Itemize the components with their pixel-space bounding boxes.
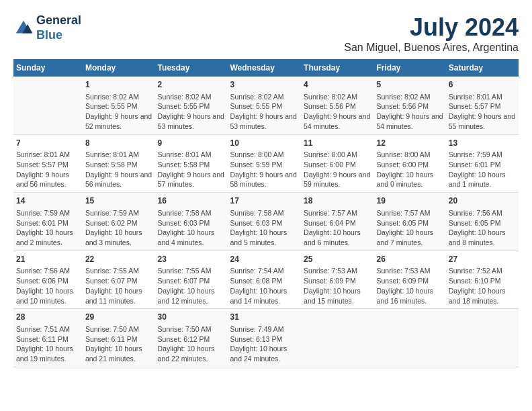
calendar-cell: 2Sunrise: 8:02 AMSunset: 5:55 PMDaylight… — [155, 77, 228, 134]
day-number: 14 — [16, 195, 80, 207]
day-info: Sunrise: 7:57 AMSunset: 6:05 PMDaylight:… — [376, 209, 433, 246]
day-info: Sunrise: 7:58 AMSunset: 6:03 PMDaylight:… — [158, 209, 215, 246]
day-number: 9 — [158, 138, 225, 149]
day-info: Sunrise: 7:56 AMSunset: 6:05 PMDaylight:… — [449, 209, 506, 246]
calendar-cell: 7Sunrise: 8:01 AMSunset: 5:57 PMDaylight… — [13, 134, 83, 193]
calendar-cell: 15Sunrise: 7:59 AMSunset: 6:02 PMDayligh… — [83, 193, 155, 251]
day-number: 5 — [376, 79, 443, 91]
calendar-cell: 1Sunrise: 8:02 AMSunset: 5:55 PMDaylight… — [83, 77, 155, 134]
day-info: Sunrise: 7:58 AMSunset: 6:03 PMDaylight:… — [230, 209, 287, 246]
day-number: 8 — [85, 138, 152, 149]
day-info: Sunrise: 8:01 AMSunset: 5:57 PMDaylight:… — [449, 93, 515, 130]
day-number: 4 — [304, 79, 371, 91]
calendar-table: SundayMondayTuesdayWednesdayThursdayFrid… — [13, 59, 519, 367]
day-number: 31 — [230, 312, 299, 323]
day-info: Sunrise: 8:00 AMSunset: 6:00 PMDaylight:… — [304, 150, 370, 188]
header-row: SundayMondayTuesdayWednesdayThursdayFrid… — [13, 59, 519, 77]
day-header-monday: Monday — [83, 59, 155, 77]
day-number: 20 — [449, 195, 516, 207]
day-number: 10 — [230, 138, 299, 149]
calendar-week-4: 21Sunrise: 7:56 AMSunset: 6:06 PMDayligh… — [13, 250, 519, 309]
calendar-cell: 13Sunrise: 7:59 AMSunset: 6:01 PMDayligh… — [446, 134, 519, 193]
calendar-cell: 8Sunrise: 8:01 AMSunset: 5:58 PMDaylight… — [83, 134, 155, 193]
calendar-cell: 9Sunrise: 8:01 AMSunset: 5:58 PMDaylight… — [155, 134, 228, 193]
day-info: Sunrise: 8:00 AMSunset: 6:00 PMDaylight:… — [376, 150, 433, 188]
day-number: 3 — [230, 79, 299, 91]
calendar-cell: 29Sunrise: 7:50 AMSunset: 6:11 PMDayligh… — [83, 309, 155, 367]
day-info: Sunrise: 7:49 AMSunset: 6:13 PMDaylight:… — [230, 325, 287, 363]
day-info: Sunrise: 8:02 AMSunset: 5:56 PMDaylight:… — [304, 93, 370, 130]
day-info: Sunrise: 8:02 AMSunset: 5:55 PMDaylight:… — [230, 93, 297, 130]
day-info: Sunrise: 7:57 AMSunset: 6:04 PMDaylight:… — [304, 209, 361, 246]
logo: General Blue — [13, 13, 81, 42]
day-number: 13 — [449, 138, 516, 149]
day-info: Sunrise: 7:51 AMSunset: 6:11 PMDaylight:… — [16, 325, 73, 363]
day-info: Sunrise: 7:50 AMSunset: 6:12 PMDaylight:… — [158, 325, 215, 363]
day-number: 12 — [376, 138, 443, 149]
day-info: Sunrise: 8:02 AMSunset: 5:55 PMDaylight:… — [158, 93, 224, 130]
calendar-header: SundayMondayTuesdayWednesdayThursdayFrid… — [13, 59, 519, 77]
calendar-cell: 27Sunrise: 7:52 AMSunset: 6:10 PMDayligh… — [446, 250, 519, 309]
calendar-cell — [13, 77, 83, 134]
day-header-tuesday: Tuesday — [155, 59, 228, 77]
calendar-cell: 18Sunrise: 7:57 AMSunset: 6:04 PMDayligh… — [301, 193, 373, 251]
logo-text-line2: Blue — [36, 28, 81, 43]
day-number: 26 — [376, 254, 443, 265]
calendar-cell: 12Sunrise: 8:00 AMSunset: 6:00 PMDayligh… — [373, 134, 445, 193]
day-header-thursday: Thursday — [301, 59, 373, 77]
day-number: 19 — [376, 195, 443, 207]
day-number: 16 — [158, 195, 225, 207]
calendar-cell: 5Sunrise: 8:02 AMSunset: 5:56 PMDaylight… — [373, 77, 445, 134]
calendar-cell: 4Sunrise: 8:02 AMSunset: 5:56 PMDaylight… — [301, 77, 373, 134]
day-number: 28 — [16, 312, 80, 323]
calendar-cell: 31Sunrise: 7:49 AMSunset: 6:13 PMDayligh… — [228, 309, 302, 367]
calendar-cell: 26Sunrise: 7:53 AMSunset: 6:09 PMDayligh… — [373, 250, 445, 309]
day-number: 2 — [158, 79, 225, 91]
logo-text-line1: General — [36, 13, 81, 28]
calendar-week-5: 28Sunrise: 7:51 AMSunset: 6:11 PMDayligh… — [13, 309, 519, 367]
calendar-cell — [373, 309, 445, 367]
day-info: Sunrise: 8:02 AMSunset: 5:55 PMDaylight:… — [85, 93, 152, 130]
calendar-cell: 19Sunrise: 7:57 AMSunset: 6:05 PMDayligh… — [373, 193, 445, 251]
title-section: July 2024 San Miguel, Buenos Aires, Arge… — [344, 13, 519, 54]
day-header-wednesday: Wednesday — [228, 59, 302, 77]
day-number: 15 — [85, 195, 152, 207]
day-number: 24 — [230, 254, 299, 265]
day-info: Sunrise: 8:01 AMSunset: 5:58 PMDaylight:… — [158, 150, 224, 188]
day-number: 30 — [158, 312, 225, 323]
day-number: 1 — [85, 79, 152, 91]
day-number: 18 — [304, 195, 371, 207]
logo-icon — [13, 18, 34, 38]
calendar-cell: 25Sunrise: 7:53 AMSunset: 6:09 PMDayligh… — [301, 250, 373, 309]
calendar-week-3: 14Sunrise: 7:59 AMSunset: 6:01 PMDayligh… — [13, 193, 519, 251]
calendar-week-2: 7Sunrise: 8:01 AMSunset: 5:57 PMDaylight… — [13, 134, 519, 193]
day-info: Sunrise: 7:59 AMSunset: 6:02 PMDaylight:… — [85, 209, 142, 246]
calendar-cell: 6Sunrise: 8:01 AMSunset: 5:57 PMDaylight… — [446, 77, 519, 134]
day-header-saturday: Saturday — [446, 59, 519, 77]
calendar-cell: 14Sunrise: 7:59 AMSunset: 6:01 PMDayligh… — [13, 193, 83, 251]
calendar-cell: 23Sunrise: 7:55 AMSunset: 6:07 PMDayligh… — [155, 250, 228, 309]
page-header: General Blue July 2024 San Miguel, Bueno… — [13, 13, 519, 54]
day-info: Sunrise: 7:56 AMSunset: 6:06 PMDaylight:… — [16, 267, 73, 304]
day-info: Sunrise: 7:53 AMSunset: 6:09 PMDaylight:… — [376, 267, 433, 304]
day-info: Sunrise: 7:55 AMSunset: 6:07 PMDaylight:… — [158, 267, 215, 304]
calendar-cell: 10Sunrise: 8:00 AMSunset: 5:59 PMDayligh… — [228, 134, 302, 193]
calendar-cell: 20Sunrise: 7:56 AMSunset: 6:05 PMDayligh… — [446, 193, 519, 251]
calendar-cell: 21Sunrise: 7:56 AMSunset: 6:06 PMDayligh… — [13, 250, 83, 309]
calendar-week-1: 1Sunrise: 8:02 AMSunset: 5:55 PMDaylight… — [13, 77, 519, 134]
day-info: Sunrise: 7:54 AMSunset: 6:08 PMDaylight:… — [230, 267, 287, 304]
calendar-cell — [446, 309, 519, 367]
day-number: 27 — [449, 254, 516, 265]
calendar-cell — [301, 309, 373, 367]
calendar-cell: 28Sunrise: 7:51 AMSunset: 6:11 PMDayligh… — [13, 309, 83, 367]
day-number: 29 — [85, 312, 152, 323]
calendar-cell: 17Sunrise: 7:58 AMSunset: 6:03 PMDayligh… — [228, 193, 302, 251]
day-info: Sunrise: 8:02 AMSunset: 5:56 PMDaylight:… — [376, 93, 443, 130]
calendar-cell: 16Sunrise: 7:58 AMSunset: 6:03 PMDayligh… — [155, 193, 228, 251]
calendar-body: 1Sunrise: 8:02 AMSunset: 5:55 PMDaylight… — [13, 77, 519, 367]
day-number: 22 — [85, 254, 152, 265]
day-info: Sunrise: 8:01 AMSunset: 5:57 PMDaylight:… — [16, 150, 70, 188]
day-info: Sunrise: 7:52 AMSunset: 6:10 PMDaylight:… — [449, 267, 506, 304]
day-number: 23 — [158, 254, 225, 265]
main-title: July 2024 — [344, 13, 519, 42]
